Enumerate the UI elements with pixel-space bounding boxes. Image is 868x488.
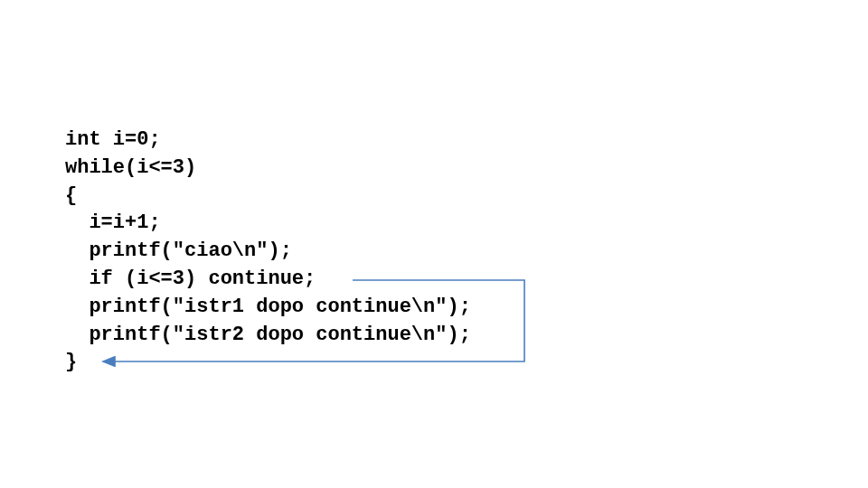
- code-line: printf("istr2 dopo continue\n");: [65, 324, 471, 346]
- code-line: int i=0;: [65, 128, 161, 151]
- code-line: }: [65, 351, 77, 373]
- code-line: i=i+1;: [65, 211, 161, 234]
- code-line: printf("ciao\n");: [65, 239, 292, 262]
- code-line: if (i<=3) continue;: [65, 267, 316, 290]
- code-line: {: [65, 184, 77, 207]
- code-line: while(i<=3): [65, 156, 196, 179]
- code-line: printf("istr1 dopo continue\n");: [65, 296, 471, 318]
- code-block: int i=0; while(i<=3) { i=i+1; printf("ci…: [65, 127, 471, 377]
